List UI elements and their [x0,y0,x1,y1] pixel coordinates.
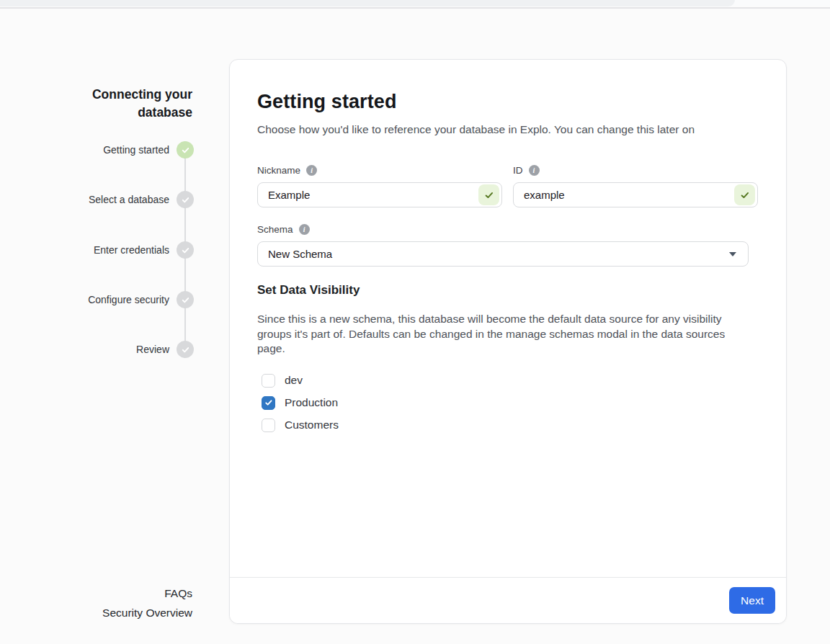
visibility-group-production[interactable]: Production [262,395,758,411]
nickname-input[interactable] [258,183,478,207]
chevron-down-icon [729,252,736,256]
id-field-group: ID i [513,165,758,207]
id-input[interactable] [514,183,734,207]
check-circle-icon [177,141,194,158]
group-label: Production [285,396,338,409]
step-label: Enter credentials [94,244,169,256]
schema-label-text: Schema [257,224,293,235]
step-getting-started[interactable]: Getting started [103,141,194,158]
wizard-sidebar: Connecting your database Getting started… [0,0,216,644]
faqs-link[interactable]: FAQs [102,584,192,604]
name-fields-row: Nickname i ID i [257,165,758,207]
visibility-group-customers[interactable]: Customers [262,418,758,433]
step-review[interactable]: Review [136,341,194,358]
step-configure-security[interactable]: Configure security [88,291,194,308]
info-icon[interactable]: i [529,165,540,176]
next-button[interactable]: Next [729,587,775,614]
valid-check-icon [478,184,499,205]
nickname-field-group: Nickname i [257,165,502,207]
check-circle-icon [177,291,194,308]
id-label-text: ID [513,165,523,176]
nickname-input-box [257,182,502,207]
checkbox-dev[interactable] [262,374,275,388]
nickname-label-text: Nickname [257,165,300,176]
wizard-title: Connecting your database [83,86,192,122]
schema-selected-value: New Schema [268,248,332,260]
step-enter-credentials[interactable]: Enter credentials [94,241,194,259]
nickname-label: Nickname i [257,165,502,176]
check-circle-icon [177,191,194,208]
info-icon[interactable]: i [306,165,317,176]
step-select-database[interactable]: Select a database [89,191,194,208]
check-circle-icon [177,341,194,358]
getting-started-card: Getting started Choose how you'd like to… [229,59,787,624]
schema-label: Schema i [257,224,758,235]
schema-select[interactable]: New Schema [257,241,749,267]
card-footer: Next [230,577,786,623]
page-subtitle: Choose how you'd like to reference your … [257,122,758,137]
step-label: Select a database [89,194,169,205]
info-icon[interactable]: i [299,224,310,235]
page-title: Getting started [257,90,758,113]
group-label: Customers [285,419,339,431]
checkbox-customers[interactable] [262,419,275,432]
security-overview-link[interactable]: Security Overview [102,604,192,623]
sidebar-links: FAQs Security Overview [102,584,192,622]
step-label: Review [136,344,169,355]
valid-check-icon [734,184,755,205]
data-visibility-heading: Set Data Visibility [257,283,758,298]
visibility-group-list: dev Production Customers [257,373,758,433]
id-label: ID i [513,165,758,176]
check-circle-icon [177,241,194,259]
visibility-group-dev[interactable]: dev [262,373,758,388]
card-body: Getting started Choose how you'd like to… [230,60,786,578]
step-label: Configure security [88,294,169,305]
data-visibility-description: Since this is a new schema, this databas… [257,312,756,357]
checkbox-production[interactable] [262,396,275,410]
step-label: Getting started [103,144,169,156]
id-input-box [513,182,758,207]
group-label: dev [285,374,303,387]
